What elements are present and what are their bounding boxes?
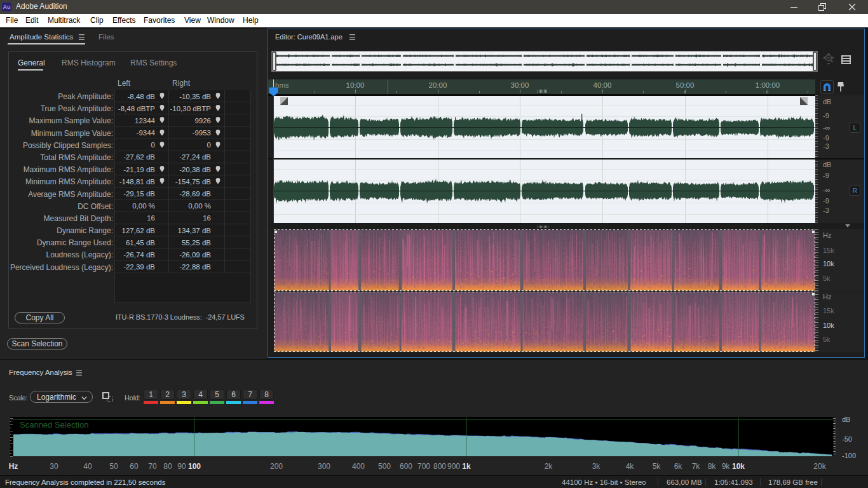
svg-text:Scanned Selection: Scanned Selection — [20, 420, 88, 430]
